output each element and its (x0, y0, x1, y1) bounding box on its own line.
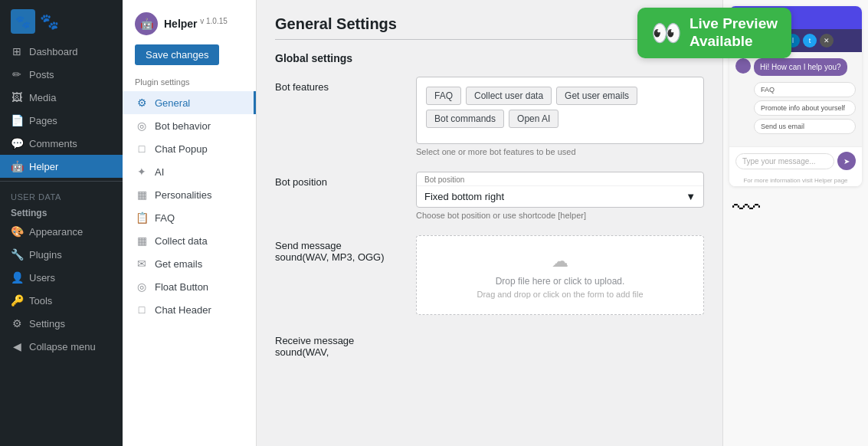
bot-position-value: Fixed bottom right (424, 191, 504, 202)
general-nav-icon: ⚙ (135, 97, 149, 109)
upload-icon: ☁ (432, 251, 688, 271)
chat-messages: Hi! How can I help you? FAQ Promote info… (729, 52, 862, 146)
chat-bot-message: Hi! How can I help you? (735, 58, 856, 76)
plugin-nav-faq[interactable]: 📋 FAQ (123, 206, 256, 229)
plugin-nav-label-ai: AI (155, 166, 164, 178)
bot-position-select[interactable]: Fixed bottom right ▼ (417, 186, 703, 207)
bot-position-hint: Choose bot position or use shortcode [he… (416, 211, 704, 220)
sidebar: 🐾 🐾 ⊞ Dashboard ✏ Posts 🖼 Media 📄 Pages … (0, 0, 123, 446)
plugin-nav-bot-behavior[interactable]: ◎ Bot behavior (123, 114, 256, 137)
bot-behavior-nav-icon: ◎ (135, 120, 149, 132)
tools-icon: 🔑 (11, 294, 23, 307)
sidebar-label-settings: Settings (29, 318, 65, 330)
tag-get-user-emails[interactable]: Get user emails (556, 87, 637, 105)
chevron-down-icon: ▼ (686, 191, 696, 202)
chat-send-button[interactable]: ➤ (837, 152, 856, 170)
sidebar-item-settings[interactable]: ⚙ Settings (0, 312, 123, 335)
plugin-nav-chat-popup[interactable]: □ Chat Popup (123, 137, 256, 160)
bot-features-row: Bot features FAQ Collect user data Get u… (275, 77, 704, 156)
sidebar-item-helper[interactable]: 🤖 Helper (0, 155, 123, 178)
chat-option-faq[interactable]: FAQ (754, 82, 856, 97)
logo-icon: 🐾 (11, 9, 35, 34)
live-preview-eyes: 👀 (651, 18, 682, 48)
plugin-nav-ai[interactable]: ✦ AI (123, 160, 256, 183)
sidebar-item-comments[interactable]: 💬 Comments (0, 132, 123, 155)
sidebar-item-pages[interactable]: 📄 Pages (0, 109, 123, 132)
live-preview-line2: Available (689, 33, 778, 51)
sidebar-label-dashboard: Dashboard (29, 46, 78, 57)
sidebar-label-users: Users (29, 272, 55, 284)
plugin-nav-label-collect-data: Collect data (155, 235, 208, 247)
tag-faq[interactable]: FAQ (426, 87, 461, 105)
plugin-nav-personalities[interactable]: ▦ Personalities (123, 183, 256, 206)
sidebar-item-collapse[interactable]: ◀ Collapse menu (0, 335, 123, 358)
chat-footer-text: For more information visit Helper page (729, 175, 862, 186)
tag-buttons: FAQ Collect user data Get user emails Bo… (426, 87, 694, 128)
sidebar-item-tools[interactable]: 🔑 Tools (0, 289, 123, 312)
wave-icon: 〰 (732, 192, 862, 225)
bot-position-row: Bot position Bot position Fixed bottom r… (275, 172, 704, 220)
sidebar-label-plugins: Plugins (29, 249, 62, 261)
bot-features-control: FAQ Collect user data Get user emails Bo… (416, 77, 704, 156)
chat-option-promote[interactable]: Promote info about yourself (754, 100, 856, 116)
sidebar-label-comments: Comments (29, 138, 77, 149)
chat-preview-panel: Chat with us f w i l t ✕ Hi! How can I h… (722, 0, 868, 446)
plugin-header: 🤖 Helper v 1.0.15 (123, 12, 256, 44)
chat-popup-nav-icon: □ (135, 143, 149, 155)
chat-input[interactable]: Type your message... (735, 153, 834, 169)
plugin-avatar: 🤖 (135, 12, 158, 35)
plugin-nav-general[interactable]: ⚙ General (123, 91, 256, 114)
plugin-nav-label-chat-header: Chat Header (155, 304, 211, 316)
receive-sound-row: Receive message sound(WAV, (275, 330, 704, 358)
pages-icon: 📄 (11, 114, 23, 126)
sidebar-item-posts[interactable]: ✏ Posts (0, 63, 123, 86)
plugin-nav-label-personalities: Personalities (155, 189, 211, 201)
chat-input-row: Type your message... ➤ (729, 146, 862, 175)
plugin-nav-label-bot-behavior: Bot behavior (155, 120, 211, 132)
plugin-nav-collect-data[interactable]: ▦ Collect data (123, 229, 256, 252)
plugin-nav-float-button[interactable]: ◎ Float Button (123, 275, 256, 298)
tag-bot-commands[interactable]: Bot commands (426, 110, 504, 128)
sidebar-item-users[interactable]: 👤 Users (0, 266, 123, 289)
send-sound-label: Send message sound(WAV, MP3, OGG) (275, 235, 398, 263)
receive-sound-label: Receive message sound(WAV, (275, 330, 398, 358)
chat-option-email[interactable]: Send us email (754, 119, 856, 134)
bot-features-hint: Select one or more bot features to be us… (416, 147, 704, 156)
main-content: General Settings Global settings Bot fea… (257, 0, 722, 446)
sidebar-item-media[interactable]: 🖼 Media (0, 86, 123, 109)
plugins-icon: 🔧 (11, 248, 23, 261)
bot-avatar (735, 58, 751, 74)
bot-position-label: Bot position (275, 172, 398, 188)
send-sound-upload[interactable]: ☁ Drop file here or click to upload. Dra… (416, 235, 704, 315)
get-emails-nav-icon: ✉ (135, 257, 149, 270)
bot-features-label: Bot features (275, 77, 398, 93)
tag-collect-user-data[interactable]: Collect user data (466, 87, 552, 105)
media-icon: 🖼 (11, 91, 23, 103)
sidebar-logo: 🐾 🐾 (0, 0, 123, 40)
twitter-icon[interactable]: t (803, 34, 817, 48)
plugin-nav-label-chat-popup: Chat Popup (155, 143, 208, 155)
plugin-version: v 1.0.15 (200, 17, 228, 25)
sidebar-item-appearance[interactable]: 🎨 Appearance (0, 220, 123, 243)
send-sound-control: ☁ Drop file here or click to upload. Dra… (416, 235, 704, 315)
plugin-nav-chat-header[interactable]: □ Chat Header (123, 298, 256, 321)
chat-header-nav-icon: □ (135, 303, 149, 316)
plugin-nav-get-emails[interactable]: ✉ Get emails (123, 252, 256, 275)
bot-features-box: FAQ Collect user data Get user emails Bo… (416, 77, 704, 144)
live-preview-text: Live Preview Available (689, 15, 778, 51)
sidebar-item-plugins[interactable]: 🔧 Plugins (0, 243, 123, 266)
close-chat-icon[interactable]: ✕ (820, 34, 834, 48)
upload-hint: Drag and drop or click on the form to ad… (432, 290, 688, 299)
collapse-icon: ◀ (11, 340, 23, 353)
sidebar-item-dashboard[interactable]: ⊞ Dashboard (0, 40, 123, 63)
plugin-name: Helper (164, 18, 198, 31)
sidebar-label-collapse: Collapse menu (29, 341, 96, 353)
upload-text: Drop file here or click to upload. (432, 276, 688, 287)
plugin-panel: 🤖 Helper v 1.0.15 Save changes Plugin se… (123, 0, 257, 446)
save-changes-button[interactable]: Save changes (135, 44, 219, 65)
tag-open-ai[interactable]: Open AI (509, 110, 558, 128)
live-preview-button[interactable]: 👀 Live Preview Available (637, 8, 791, 58)
plugin-nav-label-faq: FAQ (155, 212, 175, 224)
comments-icon: 💬 (11, 137, 23, 149)
bot-position-box: Bot position Fixed bottom right ▼ (416, 172, 704, 208)
